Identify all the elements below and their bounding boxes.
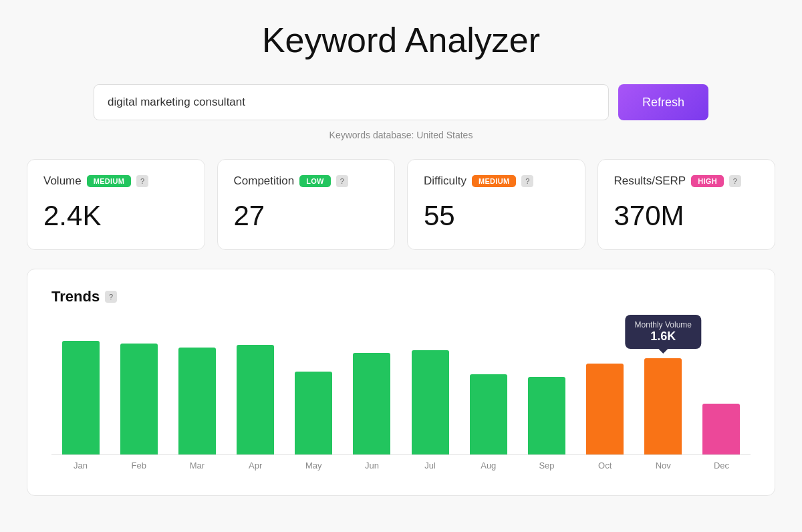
x-label-aug: Aug <box>459 460 517 471</box>
bars-container: Monthly Volume 1.6K <box>51 321 751 455</box>
metric-value: 370M <box>614 200 759 232</box>
bar-group-apr[interactable] <box>227 321 285 454</box>
bar <box>470 374 507 454</box>
bar-group-jun[interactable] <box>343 321 401 454</box>
metric-card-volume: Volume MEDIUM ? 2.4K <box>27 159 205 250</box>
tooltip-label: Monthly Volume <box>635 320 692 329</box>
tooltip-value: 1.6K <box>635 329 692 344</box>
metric-badge: HIGH <box>691 175 724 187</box>
bar-group-sep[interactable] <box>517 321 575 454</box>
metric-card-difficulty: Difficulty MEDIUM ? 55 <box>407 159 585 250</box>
bar <box>702 404 740 454</box>
metric-value: 27 <box>234 200 379 232</box>
x-label-mar: Mar <box>168 460 226 471</box>
bar-group-may[interactable] <box>285 321 343 454</box>
x-label-dec: Dec <box>692 460 751 471</box>
search-row: Refresh <box>94 84 708 120</box>
metric-label: Competition <box>234 174 295 188</box>
x-label-jun: Jun <box>343 460 401 471</box>
metric-badge: MEDIUM <box>87 175 131 187</box>
page-title: Keyword Analyzer <box>27 20 775 60</box>
chart-area: Monthly Volume 1.6K JanFebMarAprMayJunJu… <box>51 321 751 482</box>
search-input[interactable] <box>94 84 609 120</box>
refresh-button[interactable]: Refresh <box>618 84 708 120</box>
bar-group-dec[interactable] <box>692 321 751 454</box>
bar <box>353 353 390 454</box>
x-labels: JanFebMarAprMayJunJulAugSepOctNovDec <box>51 460 751 471</box>
metric-value: 55 <box>424 200 569 232</box>
bar <box>295 372 332 454</box>
x-label-may: May <box>285 460 343 471</box>
metric-label: Results/SERP <box>614 174 686 188</box>
bar <box>644 358 682 454</box>
metric-question-icon[interactable]: ? <box>336 175 348 187</box>
metrics-row: Volume MEDIUM ? 2.4K Competition LOW ? 2… <box>27 159 775 250</box>
bar <box>528 377 565 454</box>
metric-badge: LOW <box>299 175 331 187</box>
bar-group-mar[interactable] <box>168 321 226 454</box>
metric-badge: MEDIUM <box>472 175 516 187</box>
bar <box>586 364 624 454</box>
metric-value: 2.4K <box>43 200 188 232</box>
trends-card: Trends ? Monthly Volume 1.6K <box>27 269 775 496</box>
bar-group-jul[interactable] <box>401 321 459 454</box>
bar-group-oct[interactable] <box>576 321 634 454</box>
trends-question-icon[interactable]: ? <box>105 291 117 303</box>
metric-header: Results/SERP HIGH ? <box>614 174 759 188</box>
bar-tooltip: Monthly Volume 1.6K <box>626 315 701 349</box>
metric-header: Volume MEDIUM ? <box>43 174 188 188</box>
metric-card-competition: Competition LOW ? 27 <box>217 159 396 250</box>
x-label-oct: Oct <box>576 460 634 471</box>
trends-header: Trends ? <box>51 288 751 305</box>
bar-group-nov[interactable]: Monthly Volume 1.6K <box>634 321 692 454</box>
trends-title: Trends <box>51 288 100 305</box>
metric-header: Difficulty MEDIUM ? <box>424 174 569 188</box>
bar <box>120 344 158 454</box>
bar <box>237 345 274 454</box>
metric-label: Difficulty <box>424 174 466 188</box>
metric-header: Competition LOW ? <box>234 174 379 188</box>
x-label-jan: Jan <box>51 460 110 471</box>
metric-label: Volume <box>43 174 82 188</box>
bar <box>178 348 216 454</box>
bar-group-jan[interactable] <box>51 321 110 454</box>
database-label: Keywords database: United States <box>27 130 775 140</box>
metric-question-icon[interactable]: ? <box>729 175 741 187</box>
metric-question-icon[interactable]: ? <box>521 175 533 187</box>
x-label-sep: Sep <box>517 460 575 471</box>
bar <box>412 350 449 454</box>
x-label-jul: Jul <box>401 460 459 471</box>
bar-group-aug[interactable] <box>459 321 517 454</box>
x-label-feb: Feb <box>110 460 168 471</box>
bar-group-feb[interactable] <box>110 321 168 454</box>
bar <box>62 341 100 454</box>
x-label-apr: Apr <box>227 460 285 471</box>
metric-card-results-serp: Results/SERP HIGH ? 370M <box>597 159 776 250</box>
metric-question-icon[interactable]: ? <box>136 175 148 187</box>
x-label-nov: Nov <box>634 460 692 471</box>
